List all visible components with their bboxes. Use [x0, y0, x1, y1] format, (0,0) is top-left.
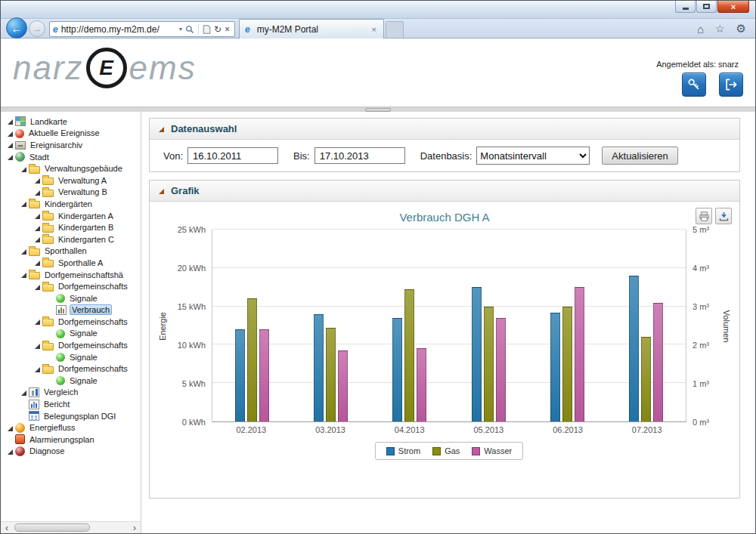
tree-item-kindergarten-c[interactable]: Kindergarten C	[1, 233, 141, 245]
scrollbar-thumb[interactable]	[14, 523, 90, 532]
tree-item-landkarte[interactable]: Landkarte	[1, 116, 141, 128]
chart-title: Verbrauch DGH A	[156, 211, 733, 224]
tree-expander-icon[interactable]	[33, 258, 41, 267]
tree-item-dorfgemeinschafts[interactable]: Dorfgemeinschafts	[1, 363, 141, 375]
tree-item-signale[interactable]: Signale	[1, 375, 141, 387]
tree-expander-icon[interactable]	[5, 140, 14, 149]
tree-expander-icon[interactable]	[5, 424, 14, 432]
tree-item-kinderg-rten[interactable]: Kindergärten	[1, 198, 141, 210]
tree-expander-icon[interactable]	[19, 270, 27, 279]
url-text[interactable]: http://demo.my-m2m.de/	[61, 24, 178, 35]
refresh-icon[interactable]: ↻	[214, 24, 222, 35]
tree-expander-icon[interactable]	[33, 235, 41, 243]
legend-item-gas[interactable]: Gas	[432, 446, 460, 455]
legend-item-strom[interactable]: Strom	[386, 446, 420, 455]
tree-expander-icon[interactable]	[33, 365, 41, 373]
left-axis-ticks: 0 kWh5 kWh10 kWh15 kWh20 kWh25 kWh	[169, 230, 212, 422]
collapse-header-handle[interactable]	[365, 108, 391, 112]
tree-item-signale[interactable]: Signale	[1, 351, 141, 363]
left-axis-tick-label: 15 kWh	[178, 302, 206, 311]
datenbasis-select[interactable]: Monatsintervall	[476, 147, 590, 165]
tree-expander-icon[interactable]	[5, 153, 14, 161]
tree-item-verwaltungsgeb-ude[interactable]: Verwaltungsgebäude	[1, 162, 141, 174]
tree-item-dorfgemeinschafts[interactable]: Dorfgemeinschafts	[1, 339, 141, 351]
print-chart-button[interactable]	[696, 208, 712, 224]
tree-item-bericht[interactable]: Bericht	[1, 398, 141, 410]
tree-item-energiefluss[interactable]: Energiefluss	[1, 421, 141, 434]
collapse-panel-icon[interactable]	[157, 125, 165, 133]
tree-expander-icon[interactable]	[5, 117, 14, 125]
scroll-right-icon[interactable]: ›	[129, 523, 141, 533]
tree-item-ereignisarchiv[interactable]: Ereignisarchiv	[1, 139, 141, 151]
home-icon[interactable]: ⌂	[697, 23, 704, 35]
download-icon	[718, 211, 730, 222]
tree-item-verwaltung-a[interactable]: Verwaltung A	[1, 174, 141, 187]
tree-item-verbrauch[interactable]: Verbrauch	[1, 304, 141, 316]
logout-icon	[723, 77, 739, 92]
tree-item-label: Verwaltungsgebäude	[43, 164, 124, 173]
tree-expander-icon[interactable]	[33, 317, 41, 326]
tree-expander-icon[interactable]	[33, 341, 41, 350]
address-bar[interactable]: e http://demo.my-m2m.de/ ▾ ↻ ×	[49, 21, 235, 37]
logout-button[interactable]	[719, 73, 743, 97]
download-chart-button[interactable]	[715, 208, 732, 224]
tree-expander-icon[interactable]	[19, 247, 27, 255]
legend-label: Wasser	[484, 446, 512, 455]
tab-my-m2m-portal[interactable]: e my-M2M Portal ×	[239, 19, 384, 39]
minimize-button[interactable]	[675, 1, 696, 13]
bar-group	[607, 230, 686, 421]
tree-item-diagnose[interactable]: Diagnose	[1, 446, 141, 458]
tree-item-dorfgemeinschaftsh[interactable]: Dorfgemeinschaftshä	[1, 269, 141, 281]
chart-area: Verbrauch DGH A	[150, 202, 739, 498]
tree-item-aktuelle-ereignisse[interactable]: Aktuelle Ereignisse	[1, 128, 141, 140]
tree-item-alarmierungsplan[interactable]: Alarmierungsplan	[1, 434, 141, 446]
tree-item-dorfgemeinschafts[interactable]: Dorfgemeinschafts	[1, 280, 141, 292]
tree-item-sporthallen[interactable]: Sporthallen	[1, 245, 141, 258]
tree-item-signale[interactable]: Signale	[1, 328, 141, 340]
bis-date-input[interactable]	[314, 147, 405, 164]
tree-item-verwaltung-b[interactable]: Verwaltung B	[1, 187, 141, 199]
compatibility-icon[interactable]	[203, 25, 211, 34]
search-icon[interactable]	[185, 25, 194, 34]
autocomplete-dropdown-icon[interactable]: ▾	[179, 26, 182, 32]
new-tab-button[interactable]	[386, 21, 404, 38]
von-date-input[interactable]	[187, 147, 278, 164]
close-window-button[interactable]: ×	[717, 1, 749, 13]
folder-icon	[42, 236, 54, 244]
stop-icon[interactable]: ×	[225, 24, 230, 35]
tree-expander-icon[interactable]	[33, 176, 41, 184]
tab-close-icon[interactable]: ×	[370, 25, 378, 34]
favorites-star-icon[interactable]: ☆	[715, 23, 725, 35]
legend-item-wasser[interactable]: Wasser	[472, 446, 512, 455]
tree-expander-icon[interactable]	[5, 447, 14, 455]
tree-expander-icon[interactable]	[33, 211, 41, 220]
tree-expander-icon[interactable]	[19, 388, 27, 397]
password-key-button[interactable]	[682, 73, 706, 97]
tree-expander-icon[interactable]	[33, 224, 41, 232]
tree-expander-icon[interactable]	[19, 165, 27, 173]
x-axis-label: 03.2013	[291, 425, 370, 434]
aktualisieren-button[interactable]: Aktualisieren	[602, 147, 677, 165]
tree-item-belegungsplan-dgi[interactable]: Belegungsplan DGI	[1, 410, 141, 422]
tree-item-kindergarten-a[interactable]: Kindergarten A	[1, 210, 141, 222]
tree-item-kindergarten-b[interactable]: Kindergarten B	[1, 221, 141, 233]
tree-expander-icon[interactable]	[33, 282, 41, 291]
sidebar-horizontal-scrollbar[interactable]: ‹ ›	[1, 521, 141, 533]
settings-gear-icon[interactable]: ⚙	[736, 22, 746, 35]
tree-expander-icon[interactable]	[5, 129, 14, 137]
collapse-panel-icon[interactable]	[157, 187, 165, 195]
tree-item-signale[interactable]: Signale	[1, 292, 141, 304]
maximize-button[interactable]	[696, 1, 717, 13]
tree-expander-icon[interactable]	[33, 188, 41, 196]
tree-expander-icon[interactable]	[19, 199, 27, 208]
datenauswahl-panel-header[interactable]: Datenauswahl	[150, 119, 739, 140]
grafik-panel-header[interactable]: Grafik	[150, 181, 739, 202]
tree-item-stadt[interactable]: Stadt	[1, 151, 141, 163]
tree-item-dorfgemeinschafts[interactable]: Dorfgemeinschafts	[1, 316, 141, 328]
right-axis-tick-label: 4 m³	[692, 264, 709, 273]
tree-item-vergleich[interactable]: Vergleich	[1, 387, 141, 399]
tree-item-sporthalle-a[interactable]: Sporthalle A	[1, 257, 141, 269]
back-button[interactable]: ←	[6, 17, 27, 39]
scroll-left-icon[interactable]: ‹	[1, 523, 13, 533]
forward-button[interactable]: →	[29, 20, 45, 37]
